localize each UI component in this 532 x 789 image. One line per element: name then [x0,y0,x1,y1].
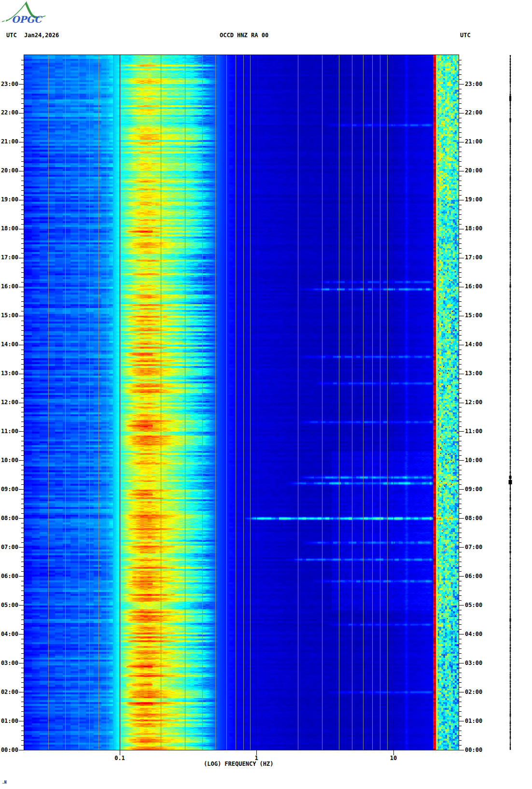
y-minor-tick-left [21,441,24,441]
y-minor-tick-right [459,716,462,717]
y-minor-tick-left [21,79,24,80]
y-minor-tick-right [459,132,462,133]
y-minor-tick-right [459,639,462,639]
y-minor-tick-right [459,533,462,533]
y-tick-label-right: 00:00 [465,747,482,753]
y-minor-tick-right [459,494,462,494]
y-major-tick-left [19,547,24,548]
seismogram-trace [507,55,515,750]
y-minor-tick-left [21,542,24,543]
y-minor-tick-left [21,137,24,138]
y-minor-tick-right [459,513,462,514]
y-minor-tick-left [21,451,24,451]
y-minor-tick-left [21,239,24,239]
y-minor-tick-right [459,210,462,210]
y-minor-tick-left [21,89,24,89]
y-minor-tick-right [459,263,462,263]
y-tick-label-left: 18:00 [0,225,18,232]
y-minor-tick-right [459,417,462,417]
y-minor-tick-right [459,152,462,152]
y-tick-label-right: 18:00 [465,225,482,232]
y-minor-tick-left [21,591,24,591]
y-minor-tick-right [459,219,462,220]
y-minor-tick-right [459,682,462,683]
y-major-tick-right [459,374,464,374]
y-minor-tick-right [459,552,462,552]
y-major-tick-left [19,316,24,316]
y-minor-tick-right [459,591,462,591]
y-minor-tick-left [21,210,24,210]
y-minor-tick-right [459,620,462,620]
y-minor-tick-right [459,470,462,470]
y-minor-tick-right [459,455,462,456]
y-minor-tick-left [21,364,24,365]
y-minor-tick-left [21,745,24,746]
y-minor-tick-left [21,74,24,75]
y-minor-tick-left [21,523,24,523]
y-minor-tick-left [21,311,24,311]
y-minor-tick-right [459,118,462,118]
y-minor-tick-right [459,99,462,99]
y-minor-tick-right [459,243,462,244]
y-minor-tick-left [21,586,24,586]
y-minor-tick-right [459,479,462,480]
y-tick-label-right: 10:00 [465,457,482,464]
y-tick-label-right: 01:00 [465,718,482,724]
y-minor-tick-right [459,108,462,109]
y-minor-tick-left [21,350,24,350]
y-minor-tick-left [21,624,24,625]
y-major-tick-right [459,345,464,345]
y-minor-tick-left [21,335,24,336]
y-tick-label-right: 07:00 [465,544,482,550]
y-major-tick-right [459,403,464,403]
y-minor-tick-right [459,412,462,412]
x-axis-title: (LOG) FREQUENCY (HZ) [204,761,274,767]
y-major-tick-left [19,229,24,229]
y-tick-label-left: 19:00 [0,197,18,203]
y-minor-tick-right [459,542,462,543]
y-minor-tick-left [21,494,24,494]
y-minor-tick-left [21,354,24,355]
y-minor-tick-left [21,190,24,191]
y-minor-tick-right [459,190,462,191]
y-minor-tick-left [21,108,24,109]
y-minor-tick-left [21,552,24,552]
y-minor-tick-left [21,658,24,659]
y-minor-tick-right [459,248,462,249]
y-major-tick-left [19,258,24,258]
y-tick-label-left: 16:00 [0,283,18,290]
y-minor-tick-left [21,668,24,668]
y-tick-label-right: 12:00 [465,399,482,406]
y-minor-tick-left [21,528,24,528]
y-minor-tick-left [21,60,24,60]
y-minor-tick-left [21,571,24,572]
y-minor-tick-left [21,412,24,412]
y-minor-tick-left [21,620,24,620]
y-minor-tick-left [21,581,24,581]
y-major-tick-right [459,113,464,113]
y-tick-label-left: 20:00 [0,168,18,174]
y-major-tick-left [19,113,24,113]
y-minor-tick-left [21,644,24,644]
y-minor-tick-right [459,528,462,528]
y-minor-tick-left [21,340,24,340]
y-major-tick-right [459,431,464,432]
y-minor-tick-left [21,359,24,360]
y-minor-tick-left [21,214,24,215]
y-minor-tick-right [459,586,462,586]
y-tick-label-left: 13:00 [0,370,18,377]
y-minor-tick-right [459,311,462,311]
y-minor-tick-left [21,677,24,678]
y-minor-tick-left [21,219,24,220]
y-minor-tick-right [459,166,462,167]
y-minor-tick-left [21,446,24,446]
y-minor-tick-right [459,123,462,123]
y-tick-label-right: 22:00 [465,110,482,116]
y-minor-tick-left [21,185,24,186]
y-minor-tick-left [21,513,24,514]
y-tick-label-left: 05:00 [0,602,18,608]
y-minor-tick-right [459,735,462,736]
y-minor-tick-left [21,383,24,384]
y-minor-tick-right [459,446,462,446]
y-minor-tick-left [21,166,24,167]
